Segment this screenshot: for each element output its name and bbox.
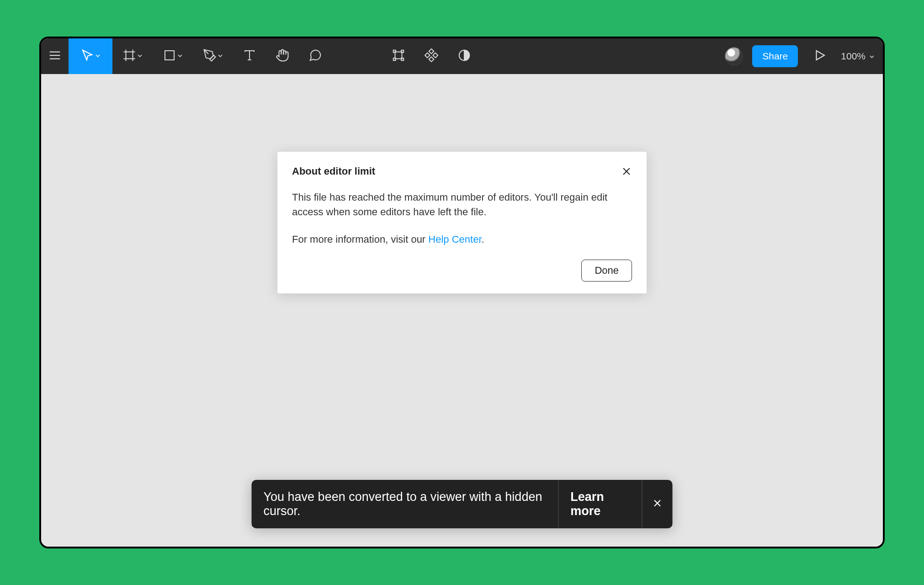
editor-limit-modal: About editor limit This file has reached… [277, 152, 647, 293]
comment-tool[interactable] [299, 38, 332, 74]
move-tool[interactable] [69, 38, 112, 74]
toast-message: You have been converted to a viewer with… [252, 480, 558, 528]
help-center-link[interactable]: Help Center [428, 234, 481, 245]
svg-rect-14 [401, 58, 404, 60]
toast-learn-more-button[interactable]: Learn more [558, 480, 642, 528]
cursor-icon [80, 48, 94, 64]
modal-body: This file has reached the maximum number… [292, 190, 632, 247]
play-icon [813, 48, 827, 64]
components-tool[interactable] [415, 38, 448, 74]
diamond-grid-icon [425, 48, 438, 64]
toast-close-button[interactable] [642, 480, 673, 528]
zoom-value: 100% [841, 51, 866, 62]
zoom-menu[interactable]: 100% [841, 51, 875, 62]
svg-rect-12 [401, 50, 404, 53]
frame-tool[interactable] [112, 38, 153, 74]
svg-rect-18 [433, 53, 438, 58]
pen-icon [203, 48, 217, 64]
mask-tool[interactable] [448, 38, 481, 74]
modal-title: About editor limit [292, 165, 375, 177]
modal-body-line1: This file has reached the maximum number… [292, 190, 632, 219]
hand-tool[interactable] [266, 38, 299, 74]
bounding-box-icon [392, 48, 405, 64]
svg-rect-15 [429, 49, 434, 54]
square-icon [163, 48, 176, 64]
svg-rect-13 [393, 58, 396, 60]
modal-close-button[interactable] [621, 166, 632, 177]
comment-icon [308, 48, 322, 64]
canvas[interactable]: About editor limit This file has reached… [41, 74, 883, 547]
share-button[interactable]: Share [752, 45, 798, 67]
user-avatar[interactable] [725, 47, 743, 65]
selection-tool[interactable] [382, 38, 415, 74]
close-icon [621, 170, 632, 178]
chevron-down-icon [177, 52, 183, 60]
svg-rect-11 [393, 50, 396, 53]
shape-tool[interactable] [153, 38, 193, 74]
text-icon [243, 48, 256, 64]
done-button[interactable]: Done [581, 260, 632, 282]
chevron-down-icon [218, 52, 223, 60]
toolbar: Share 100% [41, 38, 883, 74]
svg-rect-7 [165, 51, 174, 60]
viewer-toast: You have been converted to a viewer with… [252, 480, 673, 528]
pen-tool[interactable] [193, 38, 233, 74]
modal-body-line2: For more information, visit our Help Cen… [292, 232, 632, 247]
chevron-down-icon [137, 52, 143, 60]
chevron-down-icon [95, 52, 101, 60]
frame-icon [122, 48, 136, 64]
text-tool[interactable] [233, 38, 266, 74]
menu-button[interactable] [41, 38, 69, 74]
contrast-icon [457, 48, 471, 64]
svg-rect-16 [429, 57, 434, 62]
svg-rect-17 [425, 53, 430, 58]
hand-icon [276, 48, 289, 64]
app-window: Share 100% About editor limit [39, 37, 885, 548]
present-button[interactable] [807, 38, 833, 74]
hamburger-icon [48, 48, 62, 64]
chevron-down-icon [869, 51, 875, 62]
svg-marker-20 [817, 51, 825, 60]
close-icon [653, 497, 663, 511]
